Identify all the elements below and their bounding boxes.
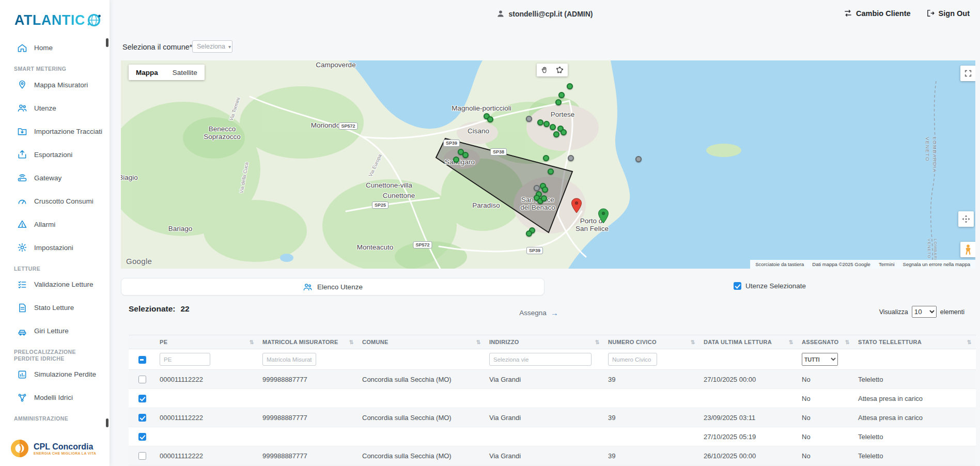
section-letture: LETTURE	[0, 259, 110, 273]
sidebar-item-simulazione-perdite[interactable]: Simulazione Perdite	[0, 363, 110, 386]
gauge-icon	[17, 196, 27, 206]
table-row[interactable]: 000011112222 999988887777 Concordia sull…	[129, 408, 976, 427]
table-row[interactable]: 27/10/2025 05:19 No Teleletto	[129, 427, 976, 446]
report-error-link[interactable]: Segnala un errore nella mappa	[903, 261, 970, 267]
sidebar-item-esportazioni[interactable]: Esportazioni	[0, 143, 110, 166]
row-checkbox[interactable]	[138, 395, 146, 402]
filter-assegnato-select[interactable]: TUTTI	[802, 353, 838, 366]
sidebar-item-importazione-tracciati[interactable]: Importazione Tracciati	[0, 120, 110, 143]
select-all-checkbox[interactable]	[138, 356, 146, 364]
sort-icon[interactable]: ⇅	[595, 339, 600, 345]
filter-civico-input[interactable]	[608, 353, 657, 366]
table-row[interactable]: 000011112222 999988887777 Concordia sull…	[129, 446, 976, 465]
selected-count: Selezionate: 22	[129, 304, 190, 314]
topbar-actions: Cambio Cliente Sign Out	[844, 9, 970, 18]
sidebar-item-mappa-misuratori[interactable]: Mappa Misuratori	[0, 73, 110, 97]
filter-vie-input[interactable]	[489, 353, 592, 366]
sidebar-item-utenze[interactable]: Utenze	[0, 97, 110, 120]
header-checkbox-col	[129, 335, 155, 349]
pan-hand-tool-icon[interactable]	[541, 66, 548, 74]
map-type-satellite-button[interactable]: Satellite	[165, 65, 205, 80]
exchange-icon	[844, 9, 852, 18]
meter-marker-green[interactable]	[453, 157, 459, 163]
sort-icon[interactable]: ⇅	[845, 339, 850, 345]
alarm-warning-icon	[17, 219, 27, 229]
brand-text: ATLANTIC	[14, 12, 85, 28]
meter-marker-gray[interactable]	[568, 155, 574, 161]
sidebar-item-gateway[interactable]: Gateway	[0, 166, 110, 190]
meter-marker-green[interactable]	[462, 152, 469, 158]
terms-link[interactable]: Termini	[879, 261, 895, 267]
sidebar-item-allarmi[interactable]: Allarmi	[0, 213, 110, 236]
row-checkbox[interactable]	[138, 433, 146, 441]
green-pin-marker[interactable]	[598, 208, 609, 224]
map-type-mappa-button[interactable]: Mappa	[129, 65, 165, 80]
section-amministrazione: AMMINISTRAZIONE	[0, 409, 110, 423]
sidebar-item-stato-letture[interactable]: Stato Letture	[0, 296, 110, 319]
meter-marker-green[interactable]	[537, 119, 543, 126]
cambio-cliente-button[interactable]: Cambio Cliente	[844, 9, 911, 18]
row-checkbox[interactable]	[138, 452, 146, 460]
road-shield: SP572	[413, 241, 432, 248]
meter-marker-green[interactable]	[561, 129, 567, 135]
meter-marker-gray[interactable]	[526, 116, 532, 122]
red-pin-marker[interactable]	[571, 198, 582, 213]
table-row[interactable]: 000011112222 999988887777 Concordia sull…	[129, 370, 976, 389]
row-checkbox[interactable]	[138, 376, 146, 383]
sidebar-scrollbar-thumb[interactable]	[106, 418, 108, 427]
row-checkbox[interactable]	[138, 414, 146, 422]
elenco-utenze-tab[interactable]: Elenco Utenze	[121, 278, 545, 296]
meter-marker-gray[interactable]	[534, 185, 540, 191]
meter-marker-gray[interactable]	[635, 156, 642, 162]
street-view-pegman-button[interactable]	[960, 242, 975, 257]
map-label-portese: Portese	[551, 111, 575, 118]
page-size-select[interactable]: 10	[912, 306, 937, 318]
meter-marker-green[interactable]	[550, 124, 556, 130]
keyboard-shortcuts-link[interactable]: Scorciatoie da tastiera	[755, 261, 804, 267]
map-label-campoverde: Campoverde	[316, 61, 355, 69]
fullscreen-button[interactable]	[960, 66, 975, 81]
meter-marker-green[interactable]	[548, 168, 554, 175]
google-map[interactable]: Campoverde Magnolie-porticcioli Portese …	[121, 60, 975, 269]
sign-out-button[interactable]: Sign Out	[926, 9, 970, 18]
assegna-button[interactable]: Assegna →	[519, 308, 558, 317]
sort-icon[interactable]: ⇅	[691, 339, 695, 345]
sort-icon[interactable]: ⇅	[789, 339, 794, 345]
meter-marker-green[interactable]	[543, 155, 549, 161]
col-indirizzo: INDIRIZZO	[489, 339, 519, 345]
sort-icon[interactable]: ⇅	[476, 339, 481, 345]
polygon-tool-icon[interactable]	[556, 66, 564, 74]
map-terrain	[121, 60, 975, 269]
meter-marker-green[interactable]	[567, 83, 573, 89]
sidebar-item-home[interactable]: Home	[0, 36, 110, 59]
meter-marker-green[interactable]	[487, 116, 493, 122]
meter-marker-green[interactable]	[526, 230, 532, 237]
gateway-icon	[17, 173, 27, 183]
sort-icon[interactable]: ⇅	[967, 339, 972, 345]
sidebar-item-modelli-idrici[interactable]: Modelli Idrici	[0, 386, 110, 409]
pan-control-button[interactable]	[958, 211, 974, 227]
meter-marker-green[interactable]	[542, 187, 548, 193]
table-row[interactable]: No Attesa presa in carico	[129, 389, 976, 408]
google-logo: Google	[126, 257, 152, 266]
status-cell: Attesa presa in carico	[854, 408, 976, 427]
user-icon	[496, 9, 505, 18]
sidebar-item-giri-letture[interactable]: Giri Letture	[0, 319, 110, 343]
sort-icon[interactable]: ⇅	[250, 339, 254, 345]
utenze-selezionate-checkbox[interactable]	[734, 282, 741, 290]
filter-matricola-input[interactable]	[262, 353, 316, 366]
meter-marker-green[interactable]	[558, 92, 565, 98]
comune-select[interactable]: Seleziona ▾	[192, 40, 232, 53]
sidebar-item-cruscotto-consumi[interactable]: Cruscotto Consumi	[0, 190, 110, 213]
road-shield: SP38	[490, 148, 507, 156]
meter-marker-green[interactable]	[541, 195, 547, 201]
sidebar-scrollbar-thumb[interactable]	[106, 38, 108, 47]
meter-marker-green[interactable]	[555, 99, 562, 105]
meter-marker-green[interactable]	[553, 131, 559, 137]
map-data-label: Dati mappa ©2025 Google	[812, 261, 870, 267]
meter-marker-green[interactable]	[543, 121, 550, 127]
filter-pe-input[interactable]	[160, 353, 210, 366]
sidebar-item-validazione-letture[interactable]: Validazione Letture	[0, 273, 110, 296]
sidebar-item-impostazioni[interactable]: Impostazioni	[0, 236, 110, 259]
sort-icon[interactable]: ⇅	[349, 339, 354, 345]
